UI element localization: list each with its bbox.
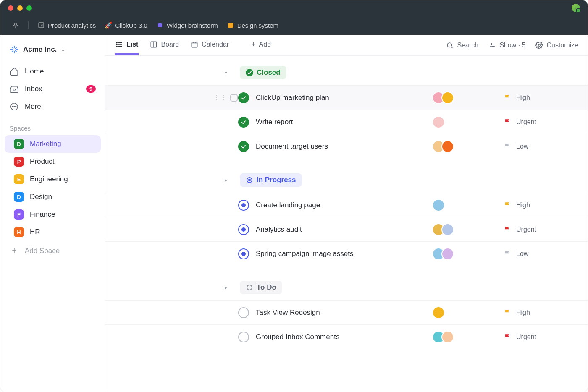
- search-button[interactable]: Search: [446, 42, 478, 49]
- task-row[interactable]: Write reportUrgent: [105, 110, 588, 134]
- priority[interactable]: Urgent: [504, 118, 588, 126]
- status-pill[interactable]: In Progress: [240, 173, 302, 187]
- task-row[interactable]: Document target usersLow: [105, 134, 588, 158]
- assignee-avatar[interactable]: [441, 140, 454, 153]
- caret-icon[interactable]: ▾: [225, 70, 227, 76]
- status-closed-icon[interactable]: [238, 141, 249, 152]
- priority-label: Urgent: [516, 226, 536, 233]
- status-closed-icon[interactable]: [238, 92, 249, 103]
- group-header-progress[interactable]: ▸ In Progress: [105, 171, 588, 193]
- rocket-icon: 🚀: [105, 22, 112, 29]
- status-pill[interactable]: Closed: [240, 66, 286, 79]
- group-header-closed[interactable]: ▾ Closed: [105, 63, 588, 85]
- task-row[interactable]: Spring campaign image assetsLow: [105, 241, 588, 266]
- show-button[interactable]: Show · 5: [488, 42, 525, 49]
- tab-clickup-3[interactable]: 🚀 ClickUp 3.0: [105, 22, 147, 29]
- priority[interactable]: High: [504, 94, 588, 102]
- priority[interactable]: High: [504, 201, 588, 209]
- checkbox[interactable]: [230, 94, 238, 102]
- space-label: Engineering: [30, 175, 68, 183]
- nav-more[interactable]: More: [0, 98, 105, 115]
- task-title: ClickUp marketing plan: [256, 94, 432, 102]
- priority-label: Urgent: [516, 118, 536, 126]
- chart-icon: [38, 22, 45, 29]
- sidebar-space-engineering[interactable]: EEngineering: [5, 170, 101, 188]
- group-name: In Progress: [257, 176, 296, 184]
- priority[interactable]: High: [504, 309, 588, 316]
- nav-inbox[interactable]: Inbox 9: [0, 80, 105, 98]
- task-title: Grouped Inbox Comments: [256, 333, 432, 341]
- view-tab-list[interactable]: List: [115, 36, 139, 55]
- home-icon: [10, 67, 19, 76]
- tab-product-analytics[interactable]: Product analytics: [38, 22, 96, 29]
- status-progress-icon[interactable]: [238, 200, 249, 211]
- close-window[interactable]: [8, 5, 13, 11]
- tab-widget-brainstorm[interactable]: Widget brainstorm: [157, 22, 218, 29]
- svg-point-4: [16, 106, 16, 107]
- drag-handle-icon[interactable]: ⋮⋮: [213, 94, 227, 102]
- group-name: To Do: [257, 283, 276, 292]
- assignee-avatar[interactable]: [432, 116, 445, 128]
- sidebar-space-hr[interactable]: HHR: [5, 223, 101, 241]
- task-row[interactable]: ⋮⋮ClickUp marketing planHigh: [105, 85, 588, 110]
- sidebar-space-marketing[interactable]: DMarketing: [5, 135, 101, 153]
- task-title: Task View Redesign: [256, 308, 432, 317]
- user-avatar[interactable]: [572, 4, 580, 12]
- priority[interactable]: Low: [504, 143, 588, 150]
- task-title: Write report: [256, 118, 432, 126]
- task-title: Document target users: [256, 142, 432, 151]
- task-row[interactable]: Grouped Inbox CommentsUrgent: [105, 324, 588, 349]
- flag-icon: [504, 201, 511, 209]
- task-row[interactable]: Analytics auditUrgent: [105, 217, 588, 241]
- task-row[interactable]: Task View RedesignHigh: [105, 300, 588, 324]
- calendar-icon: [191, 41, 198, 48]
- group-header-todo[interactable]: ▸ To Do: [105, 278, 588, 300]
- priority[interactable]: Low: [504, 250, 588, 258]
- divider: [28, 21, 29, 29]
- status-progress-icon[interactable]: [238, 224, 249, 235]
- nav-label: Home: [25, 67, 44, 76]
- priority-label: Low: [516, 250, 528, 258]
- tab-design-system[interactable]: Design system: [227, 22, 278, 29]
- pin-icon[interactable]: [12, 22, 19, 29]
- caret-icon[interactable]: ▸: [225, 285, 227, 290]
- status-todo-icon[interactable]: [238, 307, 249, 318]
- tab-label: Board: [161, 41, 179, 48]
- assignee-avatar[interactable]: [441, 223, 454, 236]
- svg-point-21: [491, 43, 492, 44]
- sliders-icon: [488, 42, 496, 49]
- status-progress-icon[interactable]: [238, 248, 249, 259]
- assignee-avatar[interactable]: [441, 91, 454, 104]
- nav-home[interactable]: Home: [0, 63, 105, 80]
- status-todo-icon[interactable]: [238, 332, 249, 342]
- add-space-button[interactable]: + Add Space: [0, 241, 105, 261]
- space-label: Finance: [30, 210, 55, 219]
- sidebar-space-product[interactable]: PProduct: [5, 153, 101, 170]
- status-closed-icon[interactable]: [238, 117, 249, 128]
- customize-button[interactable]: Customize: [536, 42, 578, 49]
- button-label: Customize: [546, 42, 578, 49]
- priority-label: Low: [516, 143, 528, 150]
- assignee-avatar[interactable]: [432, 306, 445, 319]
- assignee-avatar[interactable]: [441, 248, 454, 260]
- board-icon: [150, 41, 158, 48]
- task-row[interactable]: Create landing pageHigh: [105, 193, 588, 217]
- sidebar-space-design[interactable]: DDesign: [5, 188, 101, 206]
- minimize-window[interactable]: [17, 5, 23, 11]
- assignee-avatar[interactable]: [441, 331, 454, 343]
- nav-label: Inbox: [25, 85, 42, 93]
- view-tab-board[interactable]: Board: [149, 36, 180, 55]
- priority[interactable]: Urgent: [504, 333, 588, 341]
- space-badge-icon: F: [14, 209, 24, 220]
- add-view-button[interactable]: + Add: [250, 35, 272, 55]
- tab-label: Add: [259, 41, 271, 48]
- assignee-avatar[interactable]: [432, 199, 445, 212]
- view-tab-calendar[interactable]: Calendar: [190, 36, 230, 55]
- sidebar-space-finance[interactable]: FFinance: [5, 206, 101, 223]
- status-pill[interactable]: To Do: [240, 281, 282, 294]
- caret-icon[interactable]: ▸: [225, 177, 227, 183]
- list-icon: [116, 41, 123, 48]
- priority[interactable]: Urgent: [504, 226, 588, 233]
- workspace-switcher[interactable]: Acme Inc. ⌄: [0, 39, 105, 63]
- maximize-window[interactable]: [26, 5, 32, 11]
